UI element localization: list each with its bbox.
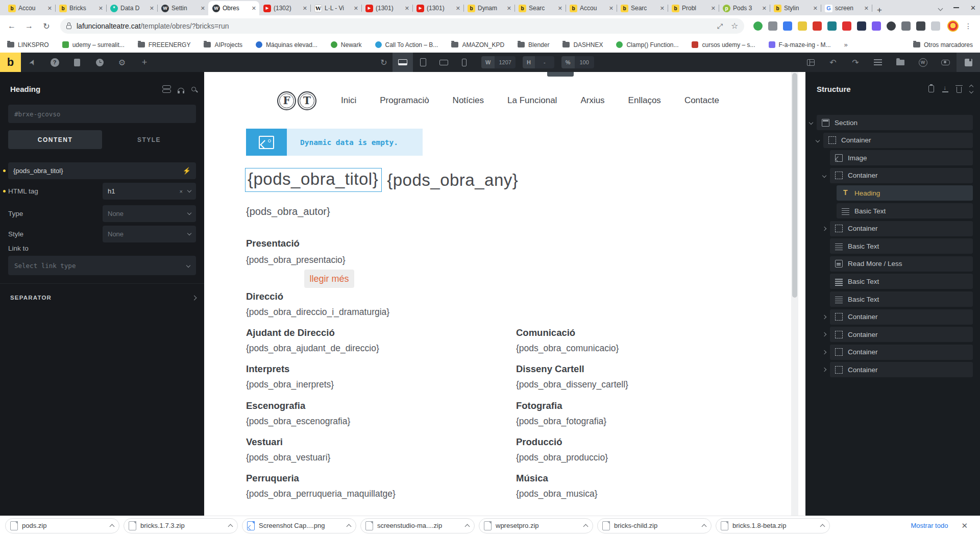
save-button[interactable] [957,53,980,72]
redo-icon[interactable]: ↷ [844,53,867,72]
profile-avatar[interactable] [947,20,959,32]
shield-ext[interactable] [857,21,866,31]
chevron-right-icon[interactable] [822,350,826,354]
minimize-icon[interactable] [953,7,959,8]
panels-layout-icon[interactable] [799,53,822,72]
reload-icon[interactable]: ↻ [40,21,53,31]
chrome-menu-icon[interactable]: ⋮ [965,22,972,30]
expand-collapse-icon[interactable] [970,85,973,93]
bookmark-item[interactable]: AMAZON_KPD [451,41,504,48]
browser-tab[interactable]: bDynam✕ [463,1,514,15]
bookmark-item[interactable]: cursos udemy – s... [692,41,755,48]
chevron-right-icon[interactable] [822,226,826,230]
browser-tab[interactable]: ▶(1302)✕ [259,1,310,15]
omnibox[interactable]: lafuncionalteatre.cat/template/obres/?br… [60,18,744,34]
forward-icon[interactable]: → [22,21,36,31]
page-title[interactable]: {pods_obra_titol} {pods_obra_any} [245,168,518,192]
add-element-icon[interactable]: + [133,53,156,72]
chevron-up-icon[interactable] [347,524,352,529]
page-icon[interactable] [66,53,88,72]
menu-item[interactable]: Contacte [684,95,719,106]
browser-tab[interactable]: bProbl✕ [668,1,719,15]
site-logo[interactable]: FT [277,91,316,110]
tab-close-icon[interactable]: ✕ [558,6,562,11]
device-tablet-portrait-button[interactable] [413,53,433,72]
tab-close-icon[interactable]: ✕ [762,6,767,11]
tab-style[interactable]: STYLE [102,130,196,149]
structure-row-container[interactable]: Container [830,309,973,325]
width-field[interactable]: W1207 [481,56,516,68]
tab-close-icon[interactable]: ✕ [813,6,818,11]
panel-toggles-icon[interactable] [162,85,170,92]
import-icon[interactable] [942,86,948,92]
tab-search-icon[interactable] [939,3,942,12]
menu-item[interactable]: Notícies [453,95,484,106]
scrollbar-thumb[interactable] [792,73,797,298]
bookmark-item[interactable]: DASHNEX [562,41,603,48]
bookmark-star-icon[interactable]: ☆ [731,22,738,30]
canvas-scrollbar[interactable] [791,72,798,516]
bricks-logo[interactable]: b [0,53,21,72]
tab-close-icon[interactable]: ✕ [201,6,205,11]
browser-tab[interactable]: pPods 3✕ [719,1,770,15]
puzzle-ext[interactable] [901,21,911,31]
help-icon[interactable]: ? [43,53,66,72]
download-item[interactable]: bricks.1.8-beta.zip [716,518,830,533]
menu-item[interactable]: Inici [341,95,356,106]
style-select[interactable]: None [103,226,196,242]
heading-text-input[interactable]: {pods_obra_titol} ⚡ [8,162,196,179]
element-select-icon[interactable]: ➤ [21,53,43,72]
tab-close-icon[interactable]: ✕ [660,6,665,11]
bookmark-item[interactable]: AIProjects [204,41,242,48]
download-item[interactable]: pods.zip [5,518,119,533]
browser-tab[interactable]: ▶(1301)✕ [361,1,412,15]
menu-item[interactable]: Arxius [580,95,604,106]
chevron-right-icon[interactable] [822,368,826,372]
settings-gear-icon[interactable]: ⚙ [111,53,133,72]
browser-tab[interactable]: bBricks✕ [55,1,106,15]
chevron-right-icon[interactable] [822,332,826,336]
download-item[interactable]: Screenshot Cap....png [242,518,356,533]
chevron-right-icon[interactable] [822,314,826,319]
download-item[interactable]: bricks.1.7.3.zip [124,518,238,533]
browser-tab[interactable]: bStylin✕ [770,1,821,15]
tab-close-icon[interactable]: ✕ [47,6,52,11]
menu-item[interactable]: La Funcional [507,95,557,106]
css-id-input[interactable]: #brxe-gcovso [8,105,196,123]
tab-close-icon[interactable]: ✕ [456,6,460,11]
structure-row-read-more-less[interactable]: Read More / Less [830,256,973,272]
chevron-up-icon[interactable] [820,524,825,529]
templates-folder-icon[interactable] [889,53,912,72]
bookmark-item[interactable]: udemy – surrealit... [62,41,125,48]
wordpress-icon[interactable]: W [912,53,934,72]
structure-row-basic-text[interactable]: Basic Text [830,274,973,289]
dynamic-data-icon[interactable]: ⚡ [183,167,191,175]
structure-row-heading[interactable]: Heading [837,185,973,201]
structure-row-basic-text[interactable]: Basic Text [830,238,973,254]
speaker-ext[interactable] [887,21,896,31]
chevron-up-icon[interactable] [228,524,233,529]
device-mobile-button[interactable] [454,53,474,72]
browser-tab[interactable]: WObres✕ [208,1,259,15]
bars-ext[interactable] [827,21,837,31]
tab-close-icon[interactable]: ✕ [507,6,511,11]
share-icon[interactable]: ⤢ [717,22,723,31]
tab-close-icon[interactable]: ✕ [354,6,358,11]
bookmark-item[interactable]: Máquinas elevad... [256,41,317,48]
structure-row-container[interactable]: Container [830,221,973,236]
type-select[interactable]: None [103,205,196,222]
search-icon[interactable] [191,87,196,91]
chevron-up-icon[interactable] [110,524,115,529]
bookmark-item[interactable]: FREEENERGY [138,41,191,48]
window-close-icon[interactable]: ✕ [970,4,976,12]
delete-icon[interactable] [957,87,962,93]
device-tablet-landscape-button[interactable] [433,53,454,72]
chevron-down-icon[interactable] [822,174,826,178]
tab-close-icon[interactable]: ✕ [99,6,103,11]
tab-close-icon[interactable]: ✕ [303,6,307,11]
browser-tab[interactable]: ▶(1301)✕ [412,1,463,15]
browser-tab[interactable]: *Data D✕ [106,1,157,15]
menu-item[interactable]: Programaciò [380,95,429,106]
bookmarks-overflow-icon[interactable]: » [844,41,848,48]
structure-row-container[interactable]: Container [830,345,973,360]
